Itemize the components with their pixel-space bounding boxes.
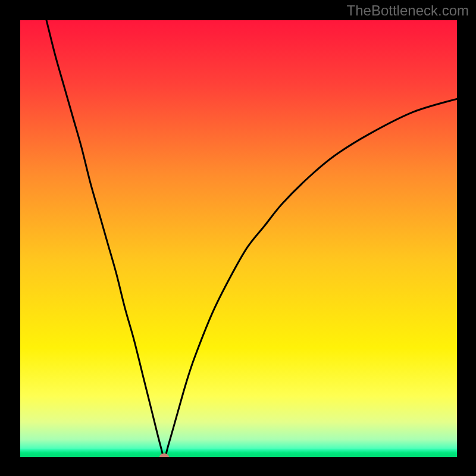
chart-curve — [20, 20, 457, 457]
attribution-text: TheBottleneck.com — [347, 2, 469, 19]
chart-minimum-marker — [159, 453, 169, 457]
chart-plot-area — [20, 20, 457, 457]
